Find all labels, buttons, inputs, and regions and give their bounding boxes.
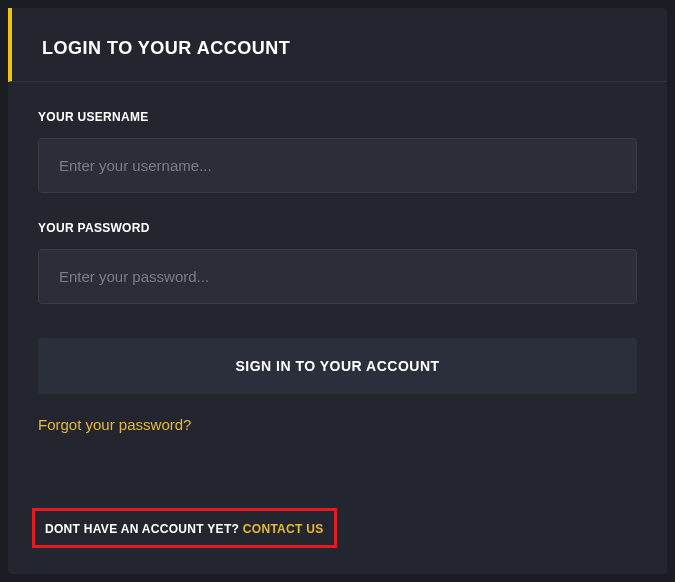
sign-in-button[interactable]: SIGN IN TO YOUR ACCOUNT xyxy=(38,338,637,394)
username-group: YOUR USERNAME xyxy=(38,110,637,193)
password-label: YOUR PASSWORD xyxy=(38,221,637,235)
contact-us-link[interactable]: CONTACT US xyxy=(243,522,324,536)
password-input[interactable] xyxy=(38,249,637,304)
password-group: YOUR PASSWORD xyxy=(38,221,637,304)
username-input[interactable] xyxy=(38,138,637,193)
username-label: YOUR USERNAME xyxy=(38,110,637,124)
login-form: YOUR USERNAME YOUR PASSWORD SIGN IN TO Y… xyxy=(8,82,667,452)
login-panel: LOGIN TO YOUR ACCOUNT YOUR USERNAME YOUR… xyxy=(8,8,667,574)
signup-prompt: DONT HAVE AN ACCOUNT YET? CONTACT US xyxy=(32,508,337,548)
signup-prompt-text: DONT HAVE AN ACCOUNT YET? xyxy=(45,522,243,536)
page-title: LOGIN TO YOUR ACCOUNT xyxy=(42,38,637,59)
forgot-password-link[interactable]: Forgot your password? xyxy=(38,416,191,433)
panel-header: LOGIN TO YOUR ACCOUNT xyxy=(8,8,667,82)
